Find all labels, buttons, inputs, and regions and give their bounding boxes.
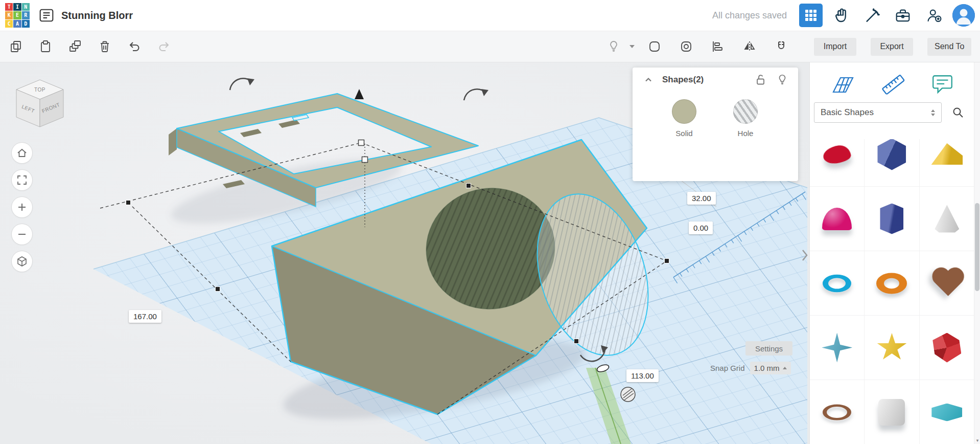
hole-label: Hole — [738, 129, 754, 138]
notes-tool-button[interactable] — [931, 74, 954, 95]
shape-tile-polygon-prism[interactable] — [865, 187, 919, 251]
visibility-button[interactable] — [775, 72, 790, 87]
snap-grid-label: Snap Grid — [710, 364, 745, 372]
document-title[interactable]: Stunning Blorr — [61, 10, 133, 21]
shape-tile-star[interactable] — [865, 316, 919, 380]
ruler-tool-button[interactable] — [880, 73, 906, 96]
search-shapes-button[interactable] — [948, 102, 968, 123]
shape-tile-roof[interactable] — [920, 139, 974, 187]
solid-color-circle — [672, 99, 696, 124]
shape-tile-torus[interactable] — [865, 251, 919, 316]
raise-handle[interactable] — [355, 89, 364, 99]
logo-tile: T — [5, 3, 13, 11]
send-to-button[interactable]: Send To — [927, 38, 971, 56]
duplicate-icon — [68, 40, 82, 53]
shape-tile-paraboloid[interactable] — [810, 187, 865, 251]
lunchbox-button[interactable] — [891, 4, 915, 27]
dimension-height-field[interactable]: 32.00 — [687, 192, 716, 205]
group-button[interactable] — [643, 35, 666, 58]
ungroup-button[interactable] — [674, 35, 698, 58]
invite-user-button[interactable] — [922, 4, 945, 27]
paraboloid-shape-icon — [822, 208, 852, 230]
view-cube-top-label[interactable]: TOP — [34, 87, 45, 93]
logo-tile: R — [22, 11, 30, 19]
page-scrollbar[interactable]: ▾ — [974, 62, 980, 444]
edit-toolbar: Import Export Send To — [0, 31, 980, 62]
lock-button[interactable] — [753, 72, 768, 87]
shape-tile-star-4point[interactable] — [810, 316, 865, 380]
3d-viewport[interactable]: TOP LEFT FRONT Shapes(2) — [0, 62, 809, 444]
avatar[interactable] — [952, 4, 975, 27]
import-button[interactable]: Import — [814, 38, 856, 56]
person-add-icon — [925, 7, 942, 24]
fit-view-button[interactable] — [12, 170, 32, 190]
hole-pattern-circle — [733, 99, 758, 124]
paste-button[interactable] — [34, 35, 57, 58]
shapes-sidebar: Basic Shapes — [809, 62, 980, 444]
shape-category-dropdown[interactable]: Basic Shapes — [814, 102, 942, 123]
export-button[interactable]: Export — [871, 38, 913, 56]
group-icon — [648, 40, 661, 53]
shape-tile-dice[interactable] — [865, 380, 919, 444]
cone-shape-icon — [934, 205, 960, 233]
zoom-out-button[interactable] — [12, 224, 32, 245]
home-view-button[interactable] — [12, 143, 32, 163]
logo-tile: I — [13, 3, 21, 11]
mirror-button[interactable] — [738, 35, 761, 58]
collapse-panel-button[interactable] — [641, 72, 656, 87]
snap-grid-value: 1.0 mm — [754, 364, 780, 372]
shape-tile-box[interactable] — [865, 139, 919, 187]
sidebar-collapse-chevron[interactable] — [801, 249, 808, 262]
lightbulb-dropdown-caret[interactable] — [629, 45, 635, 48]
hole-swatch[interactable]: Hole — [733, 99, 758, 138]
hand-icon — [833, 7, 850, 24]
logo-tile: E — [13, 11, 21, 19]
plus-icon — [16, 202, 28, 213]
shape-tile-icosahedron[interactable] — [920, 316, 974, 380]
snap-grid-select[interactable]: 1.0 mm — [750, 362, 791, 374]
settings-button[interactable]: Settings — [745, 341, 792, 356]
dashboard-grid-button[interactable] — [799, 4, 823, 27]
scrollbar-thumb[interactable] — [975, 203, 979, 291]
duplicate-button[interactable] — [63, 35, 87, 58]
icosahedron-shape-icon — [932, 333, 961, 363]
copy-icon — [9, 40, 22, 53]
design-properties-icon[interactable] — [38, 7, 55, 24]
ungroup-icon — [680, 40, 693, 53]
chevron-up-icon — [643, 75, 654, 85]
solid-swatch[interactable]: Solid — [672, 99, 696, 138]
workplane-tool-button[interactable] — [830, 74, 855, 95]
dimension-width-field[interactable]: 167.00 — [129, 310, 161, 323]
dimension-depth-field[interactable]: 113.00 — [626, 369, 659, 382]
dropdown-carets-icon — [931, 109, 935, 116]
view-cube[interactable]: TOP LEFT FRONT — [11, 77, 68, 132]
dice-shape-icon — [878, 399, 905, 426]
shape-tile-cone[interactable] — [920, 187, 974, 251]
chevron-right-icon — [801, 249, 808, 262]
shape-tile-scribble[interactable] — [810, 139, 865, 187]
tinkercad-logo[interactable]: T I N K E R C A D — [5, 3, 30, 28]
logo-tile: C — [5, 20, 13, 28]
copy-button[interactable] — [4, 35, 28, 58]
redo-button[interactable] — [152, 35, 176, 58]
minecraft-export-button[interactable] — [860, 4, 884, 27]
show-all-button[interactable] — [602, 35, 625, 58]
redo-icon — [157, 40, 171, 53]
zoom-in-button[interactable] — [12, 197, 32, 217]
shape-tile-ring[interactable] — [810, 380, 865, 444]
striped-grip[interactable] — [621, 387, 635, 402]
undo-button[interactable] — [123, 35, 146, 58]
align-button[interactable] — [706, 35, 730, 58]
dimension-base-field[interactable]: 0.00 — [689, 221, 713, 234]
scrollbar-down-arrow[interactable]: ▾ — [974, 438, 980, 443]
magnet-button[interactable] — [769, 35, 793, 58]
delete-button[interactable] — [93, 35, 116, 58]
shape-tile-hexagon[interactable] — [920, 380, 974, 444]
sim-lab-button[interactable] — [830, 4, 853, 27]
home-icon — [16, 147, 28, 159]
shape-tile-heart[interactable] — [920, 251, 974, 316]
save-status: All changes saved — [712, 10, 787, 21]
briefcase-icon — [895, 7, 911, 24]
perspective-toggle-button[interactable] — [12, 251, 32, 272]
shape-tile-tube[interactable] — [810, 251, 865, 316]
